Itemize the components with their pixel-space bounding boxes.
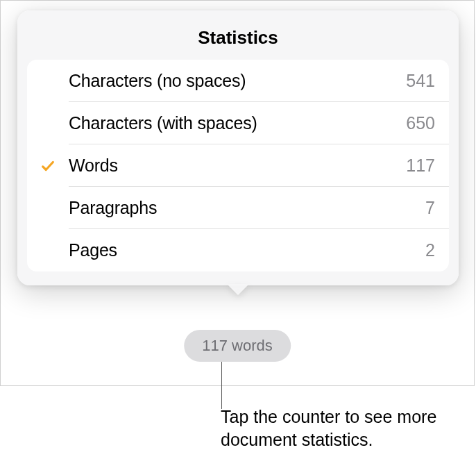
- stat-label: Words: [69, 156, 406, 176]
- stat-row-characters-with-spaces[interactable]: Characters (with spaces) 650: [27, 102, 449, 144]
- stat-label: Characters (no spaces): [69, 71, 406, 91]
- stat-row-pages[interactable]: Pages 2: [27, 229, 449, 271]
- popover-title: Statistics: [17, 10, 459, 60]
- stat-value: 2: [425, 240, 435, 260]
- stat-row-words[interactable]: Words 117: [27, 144, 449, 187]
- stat-value: 650: [406, 113, 435, 133]
- stat-value: 541: [406, 71, 435, 91]
- word-count-button[interactable]: 117 words: [184, 330, 291, 362]
- stat-value: 117: [406, 156, 435, 176]
- stat-label: Characters (with spaces): [69, 113, 406, 133]
- stat-label: Paragraphs: [69, 198, 425, 218]
- statistics-popover: Statistics Characters (no spaces) 541 Ch…: [17, 10, 459, 285]
- callout-leader-line: [221, 362, 222, 409]
- popover-arrow: [227, 284, 249, 295]
- callout-text: Tap the counter to see more document sta…: [221, 406, 470, 451]
- stat-row-paragraphs[interactable]: Paragraphs 7: [27, 187, 449, 229]
- stat-label: Pages: [69, 240, 425, 260]
- app-canvas: Statistics Characters (no spaces) 541 Ch…: [0, 0, 475, 386]
- stat-value: 7: [425, 198, 435, 218]
- checkmark-icon: [40, 158, 56, 174]
- check-column: [27, 158, 69, 174]
- statistics-table: Characters (no spaces) 541 Characters (w…: [27, 60, 449, 271]
- stat-row-characters-no-spaces[interactable]: Characters (no spaces) 541: [27, 60, 449, 102]
